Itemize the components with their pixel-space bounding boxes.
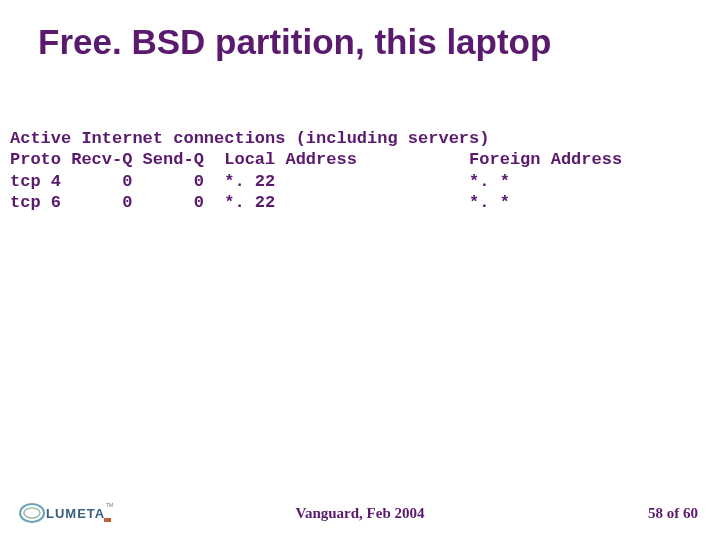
slide-title: Free. BSD partition, this laptop bbox=[38, 22, 700, 62]
netstat-header: Active Internet connections (including s… bbox=[10, 129, 489, 148]
netstat-row: tcp 6 0 0 *. 22 *. * bbox=[10, 193, 510, 212]
netstat-output: Active Internet connections (including s… bbox=[10, 128, 710, 213]
netstat-row: tcp 4 0 0 *. 22 *. * bbox=[10, 172, 510, 191]
netstat-columns: Proto Recv-Q Send-Q Local Address Foreig… bbox=[10, 150, 622, 169]
footer-page-number: 58 of 60 bbox=[648, 505, 698, 522]
footer-center: Vanguard, Feb 2004 bbox=[0, 505, 720, 522]
slide: Free. BSD partition, this laptop Active … bbox=[0, 0, 720, 540]
